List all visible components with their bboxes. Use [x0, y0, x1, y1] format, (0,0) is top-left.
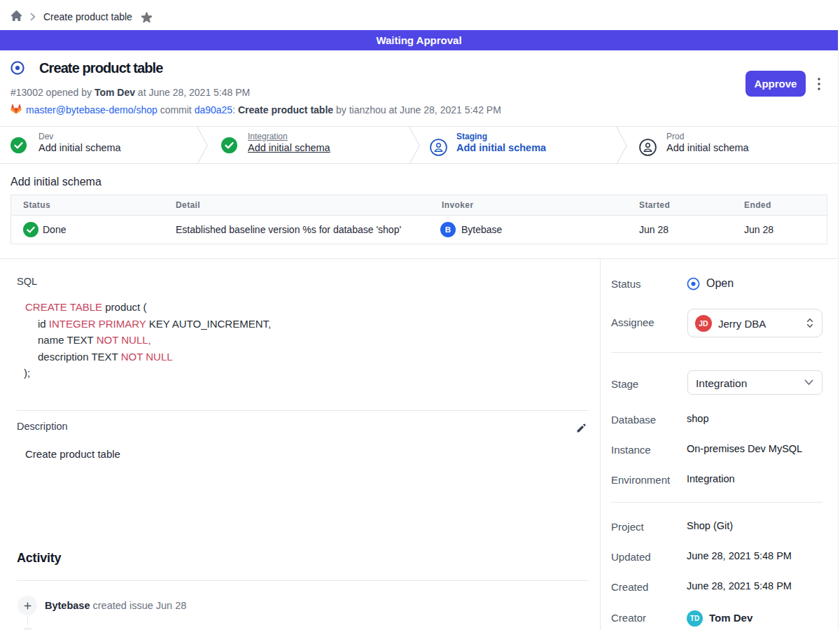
- svg-text:B: B: [445, 225, 451, 234]
